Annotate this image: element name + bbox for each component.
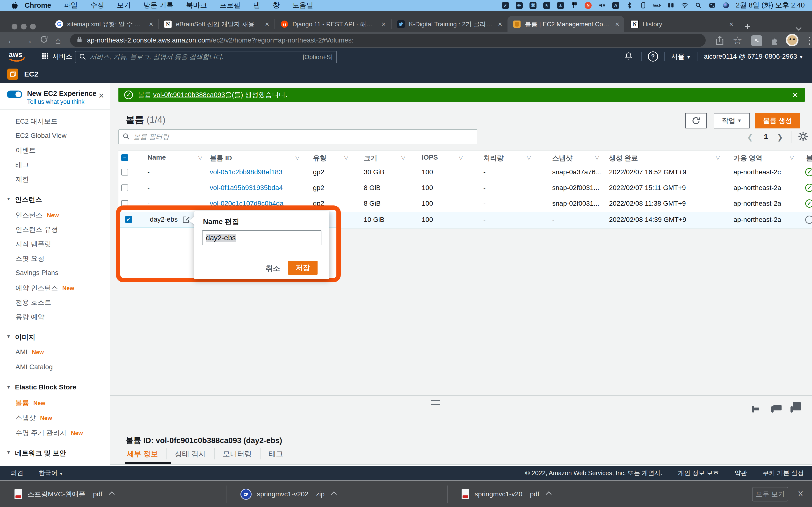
download-menu-chevron-icon[interactable] — [546, 491, 552, 497]
page-prev-icon[interactable]: ❮ — [747, 133, 753, 142]
video-status-icon[interactable] — [516, 2, 523, 9]
aws-search[interactable]: [Option+S] — [75, 51, 337, 63]
sidebar-item-lifecycle-manager[interactable]: 수명 주기 관리자New — [15, 428, 83, 438]
chrome-menu-icon[interactable]: ⋮ — [805, 35, 812, 46]
account-menu[interactable]: aicore0114 @ 6719-0806-2963 ▼ — [704, 53, 803, 60]
close-tab-icon[interactable]: × — [382, 20, 386, 28]
section-collapse-icon[interactable]: ▼ — [6, 196, 11, 202]
col-iops[interactable]: IOPS — [422, 154, 438, 161]
spotlight-search-icon[interactable] — [695, 2, 702, 9]
experience-link[interactable]: Tell us what you think — [27, 98, 85, 105]
name-edit-input[interactable]: day2-ebs — [202, 230, 321, 245]
sidebar-item-volumes[interactable]: 볼륨New — [15, 398, 45, 407]
menu-profiles[interactable]: 프로필 — [220, 0, 241, 10]
create-volume-button[interactable]: 볼륨 생성 — [755, 113, 800, 128]
region-selector[interactable]: 서울 ▼ — [671, 52, 691, 61]
sidebar-item-tags[interactable]: 태그 — [15, 160, 29, 169]
section-collapse-icon[interactable]: ▼ — [6, 450, 11, 455]
triangle-status-icon[interactable] — [557, 2, 564, 9]
tab-monitoring[interactable]: 모니터링 — [223, 449, 252, 459]
volume-filter[interactable] — [118, 129, 477, 145]
avatar[interactable] — [786, 34, 799, 46]
sidebar-section-network-security[interactable]: 네트워크 및 보안 — [15, 449, 66, 458]
bluetooth-icon[interactable] — [626, 2, 633, 9]
tab-ebrainsoft[interactable]: N eBrainSoft 신입 개발자 채용 × — [158, 16, 274, 32]
phone-mirroring-icon[interactable] — [640, 2, 647, 9]
services-grid-icon[interactable] — [42, 52, 49, 61]
menu-chrome[interactable]: Chrome — [24, 1, 51, 9]
services-menu[interactable]: 서비스 — [52, 52, 72, 61]
tab-ec2-console[interactable]: 볼륨 | EC2 Management Consol × — [507, 16, 624, 32]
notification-chat-icon[interactable]: N — [585, 2, 592, 9]
volume-id-link[interactable]: vol-051c2bb98d98ef183 — [210, 168, 282, 176]
omnibox[interactable]: ap-northeast-2.console.aws.amazon.com/ec… — [70, 34, 706, 47]
close-tab-icon[interactable]: × — [615, 20, 619, 28]
cancel-button[interactable]: 취소 — [266, 264, 280, 274]
sidebar-item-events[interactable]: 이벤트 — [15, 146, 36, 155]
sidebar-item-global-view[interactable]: EC2 Global View — [15, 132, 66, 139]
tab-sitemap[interactable]: G sitemap.xml 유형: 알 수 없음 상태 × — [50, 16, 158, 32]
tab-django[interactable]: Django 11 - REST API · 해리의 데 × — [275, 16, 391, 32]
section-collapse-icon[interactable]: ▼ — [6, 385, 11, 390]
panel-size-half-icon[interactable] — [771, 407, 773, 412]
panel-splitter[interactable] — [110, 395, 812, 396]
battery-icon[interactable] — [654, 2, 661, 9]
sidebar-item-ami[interactable]: AMINew — [15, 348, 44, 356]
help-icon[interactable]: ? — [648, 51, 658, 62]
close-tab-icon[interactable]: × — [149, 20, 153, 28]
pointer-status-icon[interactable] — [543, 2, 551, 9]
back-icon[interactable]: ← — [7, 35, 16, 46]
section-collapse-icon[interactable]: ▼ — [6, 334, 11, 339]
banner-volume-link[interactable]: vol-0fc901c0b388ca093 — [153, 91, 225, 99]
screenshot-status-icon[interactable] — [502, 2, 509, 9]
wifi-icon[interactable] — [681, 2, 688, 9]
language-selector[interactable]: 한국어 ▼ — [39, 469, 63, 477]
volume-id-link[interactable]: vol-0f1a95b931935bda4 — [210, 184, 283, 191]
col-created[interactable]: 생성 완료 — [609, 154, 638, 163]
banner-close-icon[interactable]: × — [793, 90, 798, 101]
col-throughput[interactable]: 처리량 — [483, 154, 504, 163]
zoom-window-button[interactable] — [30, 24, 36, 30]
sidebar-section-instances[interactable]: 인스턴스 — [15, 195, 42, 204]
save-button[interactable]: 저장 — [288, 261, 317, 275]
col-volume-id[interactable]: 볼륨 ID — [210, 154, 232, 163]
splitter-handle-icon[interactable] — [431, 400, 440, 405]
download-item[interactable]: 스프링MVC-웹애플....pdf — [14, 486, 114, 502]
sidebar-section-images[interactable]: 이미지 — [15, 333, 35, 342]
gear-icon[interactable] — [798, 131, 808, 143]
menu-tab[interactable]: 탭 — [253, 0, 260, 10]
lock-icon[interactable] — [77, 36, 83, 45]
row-checkbox[interactable] — [121, 184, 128, 191]
sidebar-item-capacity-reservations[interactable]: 용량 예약 — [15, 313, 45, 322]
col-name[interactable]: Name — [147, 154, 166, 161]
minimize-window-button[interactable] — [21, 24, 27, 30]
menu-history[interactable]: 방문 기록 — [144, 0, 173, 10]
close-panel-icon[interactable]: × — [99, 91, 104, 101]
tab-history[interactable]: N History × — [625, 16, 738, 32]
command-status-icon[interactable]: ⌘ — [529, 2, 537, 9]
siri-icon[interactable] — [722, 2, 729, 9]
panel-size-small-icon[interactable] — [752, 407, 754, 412]
select-all-checkbox[interactable]: – — [121, 154, 128, 161]
close-downloads-icon[interactable]: X — [798, 489, 803, 498]
forward-icon[interactable]: → — [23, 35, 33, 46]
menubar-clock[interactable]: 2월 8일 (화) 오후 2:40 — [736, 0, 805, 10]
show-all-downloads-button[interactable]: 모두 보기 — [752, 487, 788, 501]
sidebar-section-ebs[interactable]: Elastic Block Store — [15, 383, 77, 391]
cookie-prefs-link[interactable]: 쿠키 기본 설정 — [763, 469, 804, 477]
menu-edit[interactable]: 수정 — [90, 0, 104, 10]
volume-status-icon[interactable] — [598, 2, 606, 9]
app-title[interactable]: EC2 — [24, 70, 38, 78]
bookmark-star-icon[interactable]: ☆ — [733, 34, 742, 47]
reload-icon[interactable] — [40, 35, 48, 46]
col-size[interactable]: 크기 — [364, 154, 377, 163]
table-row[interactable]: - vol-0f1a95b931935bda4 gp2 8 GiB 100 - … — [118, 180, 812, 196]
col-state-partial[interactable]: 볼 — [806, 154, 812, 163]
download-item[interactable]: springmvc1-v20....pdf — [462, 486, 551, 502]
new-experience-toggle[interactable] — [7, 91, 22, 98]
close-window-button[interactable] — [12, 24, 17, 30]
extension-pointer-icon[interactable] — [751, 35, 762, 46]
tab-tags[interactable]: 태그 — [269, 449, 283, 459]
download-menu-chevron-icon[interactable] — [109, 491, 114, 497]
utilities-status-icon[interactable] — [571, 2, 578, 9]
